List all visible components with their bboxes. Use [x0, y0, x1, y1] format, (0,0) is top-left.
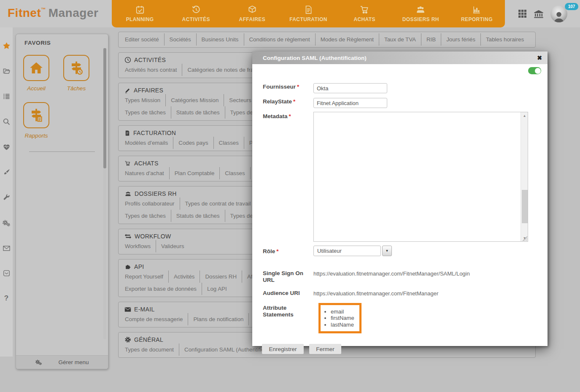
- manage-menu-button[interactable]: Gérer menu: [16, 355, 108, 369]
- help-icon[interactable]: ?: [4, 294, 8, 303]
- close-button[interactable]: Fermer: [309, 344, 341, 354]
- logo-product: Manager: [49, 6, 99, 19]
- scrollbar-thumb[interactable]: [103, 48, 106, 168]
- menu-link[interactable]: Types de tâches: [124, 210, 171, 222]
- notification-badge[interactable]: 107: [565, 3, 578, 10]
- brush-icon[interactable]: [3, 168, 11, 176]
- logo-brand: Fitnet: [8, 6, 41, 19]
- enabled-toggle[interactable]: [528, 67, 541, 74]
- menu-link[interactable]: Taux de TVA: [379, 33, 421, 46]
- settings-gears-icon[interactable]: [2, 219, 11, 227]
- menu-link[interactable]: Modes de Règlement: [316, 33, 379, 46]
- menu-link[interactable]: Natures d'achat: [124, 167, 170, 179]
- menu-link[interactable]: Catégories de notes de frais: [182, 64, 262, 76]
- menu-link[interactable]: Valideurs: [156, 240, 189, 252]
- menu-link[interactable]: Classes: [220, 167, 250, 179]
- section-title: AFFAIRES: [134, 87, 163, 94]
- metadata-scrollbar[interactable]: ▲ ▼: [521, 112, 528, 241]
- menu-link[interactable]: Jours fériés: [441, 33, 481, 46]
- menu-link[interactable]: Classes: [214, 137, 244, 149]
- required-mark: *: [289, 113, 291, 119]
- required-mark: *: [293, 98, 295, 105]
- nav-reporting[interactable]: REPORTING: [449, 0, 505, 27]
- menu-link[interactable]: Types de tâches: [124, 106, 171, 119]
- nav-dossiers-rh[interactable]: DOSSIERS RH: [393, 0, 449, 27]
- menu-link[interactable]: RIB: [421, 33, 441, 46]
- cube-icon: [248, 5, 257, 14]
- menu-link[interactable]: Statuts de tâches: [171, 106, 225, 119]
- metadata-textarea[interactable]: [314, 112, 521, 241]
- nav-affaires[interactable]: AFFAIRES: [224, 0, 280, 27]
- menu-link[interactable]: Activités hors contrat: [124, 64, 182, 76]
- home-icon: [29, 60, 44, 76]
- favorite-label: Tâches: [67, 85, 86, 92]
- menu-link[interactable]: Activités: [169, 270, 200, 283]
- fournisseur-input[interactable]: [313, 83, 387, 93]
- favorites-scrollbar[interactable]: [103, 48, 106, 339]
- favorite-taches[interactable]: Tâches: [63, 55, 89, 92]
- menu-link[interactable]: Modèles d'emails: [124, 137, 173, 149]
- bar-chart-icon: [472, 5, 481, 14]
- menu-link[interactable]: Report Yourself: [124, 270, 169, 283]
- invoice-icon: [304, 5, 313, 14]
- favorite-label: Accueil: [27, 85, 46, 92]
- user-avatar[interactable]: 107: [550, 5, 567, 22]
- mail-icon[interactable]: [3, 244, 11, 252]
- menu-link[interactable]: Workflows: [124, 240, 156, 252]
- favorites-star-icon[interactable]: [3, 42, 11, 50]
- list-icon[interactable]: [3, 92, 11, 100]
- attribute-item: lastName: [331, 322, 357, 328]
- menu-link[interactable]: Statuts de tâches: [171, 210, 225, 222]
- menu-link[interactable]: Log API: [202, 283, 232, 295]
- menu-link[interactable]: Business Units: [197, 33, 244, 46]
- menu-link[interactable]: Exporter la base de données: [124, 283, 202, 295]
- puzzle-icon: [124, 264, 131, 270]
- menu-link[interactable]: Plan Comptable: [170, 167, 220, 179]
- required-mark: *: [276, 248, 278, 254]
- menu-link[interactable]: Dossiers RH: [200, 270, 242, 283]
- menu-link[interactable]: Types de document: [124, 343, 179, 356]
- search-icon[interactable]: [3, 118, 11, 126]
- menu-link[interactable]: Tables horaires: [481, 33, 529, 46]
- favorite-accueil[interactable]: Accueil: [23, 55, 49, 92]
- favorite-rapports[interactable]: Rapports: [23, 102, 49, 139]
- close-icon[interactable]: ✖: [537, 55, 542, 61]
- menu-link[interactable]: Compte de messagerie: [124, 313, 188, 325]
- role-selected-value: Utilisateur: [313, 246, 381, 256]
- menu-link[interactable]: Conditions de règlement: [244, 33, 316, 46]
- scroll-up-icon[interactable]: ▲: [521, 112, 528, 119]
- chevron-down-icon[interactable]: ▼: [382, 246, 392, 256]
- menu-link[interactable]: Editer société: [124, 33, 165, 46]
- resize-grip[interactable]: [523, 236, 527, 241]
- menu-link[interactable]: Profils collaborateur: [124, 197, 180, 210]
- menu-link[interactable]: Types de contrat de travail: [180, 197, 256, 210]
- nav-facturation[interactable]: FACTURATION: [280, 0, 336, 27]
- menu-link[interactable]: Codes pays: [173, 137, 213, 149]
- nav-label: AFFAIRES: [239, 16, 266, 22]
- calendar-check-icon: [135, 5, 145, 14]
- menu-link[interactable]: Types Mission: [124, 94, 166, 106]
- favorite-label: Rapports: [25, 132, 48, 139]
- favorites-title: FAVORIS: [24, 40, 108, 46]
- save-button[interactable]: Enregistrer: [262, 344, 304, 354]
- role-select[interactable]: Utilisateur ▼: [313, 246, 392, 256]
- menu-link[interactable]: Plans de notification: [188, 313, 249, 325]
- wrench-icon[interactable]: [3, 194, 11, 202]
- top-bar: Fitnet™Manager PLANNING ACTIVITÉS AFFAIR…: [0, 0, 580, 27]
- folder-open-icon[interactable]: [3, 67, 11, 75]
- nav-achats[interactable]: ACHATS: [337, 0, 393, 27]
- nav-planning[interactable]: PLANNING: [112, 0, 168, 27]
- logo-tm: ™: [41, 7, 46, 12]
- message-icon[interactable]: [3, 270, 10, 277]
- saml-config-modal: Configuration SAML (Authentification) ✖ …: [252, 51, 548, 346]
- nav-label: PLANNING: [126, 16, 154, 22]
- scrollbar-thumb[interactable]: [522, 190, 528, 224]
- menu-link[interactable]: Sociétés: [165, 33, 197, 46]
- attribute-list: email firstName lastName: [331, 308, 357, 328]
- menu-link[interactable]: Catégories Mission: [166, 94, 224, 106]
- heartbeat-icon[interactable]: [3, 143, 11, 151]
- relaystate-input[interactable]: [313, 98, 387, 108]
- apps-grid-icon[interactable]: [518, 9, 527, 18]
- bank-icon[interactable]: [533, 9, 544, 19]
- nav-activites[interactable]: ACTIVITÉS: [168, 0, 224, 27]
